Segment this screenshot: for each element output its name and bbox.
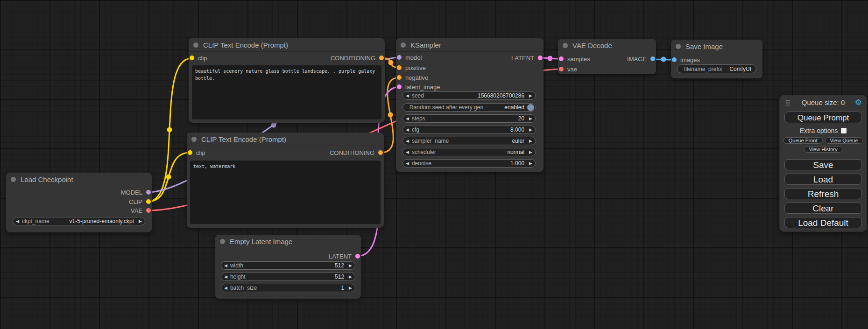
collapse-dot-icon[interactable] (220, 239, 225, 244)
decrement-arrow-icon[interactable]: ◀ (224, 286, 227, 290)
widget-ckpt-name[interactable]: ◀ ckpt_name v1-5-pruned-emaonly.ckpt ▶ (13, 217, 145, 225)
widget-denoise[interactable]: ◀ denoise 1.000 ▶ (402, 159, 536, 168)
load-default-button[interactable]: Load Default (784, 217, 862, 228)
input-clip[interactable]: clip (190, 54, 207, 62)
collapse-dot-icon[interactable] (563, 43, 568, 48)
output-latent[interactable]: LATENT (329, 252, 360, 260)
prompt-textarea[interactable]: beautiful scenery nature glass bottle la… (192, 65, 381, 119)
input-latent-image[interactable]: latent_image (397, 83, 440, 91)
widget-sampler-name[interactable]: ◀ sampler_name euler ▶ (402, 137, 536, 145)
output-conditioning[interactable]: CONDITIONING (331, 54, 384, 62)
refresh-button[interactable]: Refresh (784, 188, 862, 199)
image-input-dot[interactable] (672, 57, 677, 62)
node-title-bar[interactable]: Save Image (671, 40, 762, 53)
image-output-dot[interactable] (650, 56, 655, 61)
decrement-arrow-icon[interactable]: ◀ (406, 161, 409, 166)
node-graph-canvas[interactable]: Load Checkpoint MODEL CLIP VAE ◀ ckpt_na… (0, 0, 868, 329)
decrement-arrow-icon[interactable]: ◀ (16, 219, 19, 224)
queue-prompt-button[interactable]: Queue Prompt (784, 112, 862, 123)
widget-steps[interactable]: ◀ steps 20 ▶ (402, 114, 536, 123)
decrement-arrow-icon[interactable]: ◀ (406, 150, 409, 154)
node-ksampler[interactable]: KSampler model positive negative latent_… (396, 38, 543, 172)
extra-options-checkbox[interactable] (841, 128, 847, 133)
save-button[interactable]: Save (784, 159, 862, 170)
input-images[interactable]: images (672, 56, 700, 64)
queue-front-button[interactable]: Queue Front (783, 137, 823, 144)
view-queue-button[interactable]: View Queue (825, 137, 863, 144)
output-clip[interactable]: CLIP (129, 197, 151, 206)
node-save-image[interactable]: Save Image images filename_prefix ComfyU… (671, 40, 762, 78)
collapse-dot-icon[interactable] (676, 44, 681, 49)
collapse-dot-icon[interactable] (193, 42, 198, 48)
input-model[interactable]: model (397, 53, 422, 62)
widget-filename-prefix[interactable]: filename_prefix ComfyUI (677, 64, 756, 73)
node-title-bar[interactable]: VAE Decode (558, 39, 656, 52)
conditioning-output-dot[interactable] (379, 56, 384, 60)
conditioning-input-dot[interactable] (397, 65, 402, 70)
increment-arrow-icon[interactable]: ▶ (349, 275, 352, 279)
input-vae[interactable]: vae (559, 65, 577, 73)
toggle-enabled-icon[interactable] (527, 104, 534, 111)
input-samples[interactable]: samples (559, 55, 590, 63)
increment-arrow-icon[interactable]: ▶ (529, 94, 532, 98)
node-clip-text-encode-negative[interactable]: CLIP Text Encode (Prompt) clip CONDITION… (187, 133, 384, 228)
widget-seed[interactable]: ◀ seed 156680208700286 ▶ (402, 91, 536, 100)
view-history-button[interactable]: View History (804, 146, 843, 153)
model-input-dot[interactable] (397, 55, 402, 60)
output-conditioning[interactable]: CONDITIONING (330, 148, 383, 157)
vae-input-dot[interactable] (559, 67, 564, 71)
latent-output-dot[interactable] (538, 56, 543, 60)
decrement-arrow-icon[interactable]: ◀ (406, 94, 409, 98)
increment-arrow-icon[interactable]: ▶ (529, 128, 532, 132)
drag-handle-icon[interactable] (786, 99, 790, 105)
load-button[interactable]: Load (784, 174, 862, 185)
input-negative[interactable]: negative (397, 73, 428, 82)
clear-button[interactable]: Clear (784, 203, 862, 214)
clip-output-dot[interactable] (146, 199, 151, 204)
node-clip-text-encode-positive[interactable]: CLIP Text Encode (Prompt) clip CONDITION… (189, 38, 385, 123)
collapse-dot-icon[interactable] (11, 177, 16, 182)
latent-input-dot[interactable] (559, 56, 564, 61)
increment-arrow-icon[interactable]: ▶ (139, 219, 142, 224)
collapse-dot-icon[interactable] (191, 137, 197, 142)
increment-arrow-icon[interactable]: ▶ (349, 264, 352, 268)
output-model[interactable]: MODEL (121, 188, 151, 196)
decrement-arrow-icon[interactable]: ◀ (406, 128, 409, 132)
vae-output-dot[interactable] (146, 208, 151, 213)
decrement-arrow-icon[interactable]: ◀ (406, 139, 409, 143)
node-vae-decode[interactable]: VAE Decode samples vae IMAGE (558, 39, 656, 74)
input-positive[interactable]: positive (397, 63, 426, 72)
widget-cfg[interactable]: ◀ cfg 8.000 ▶ (402, 126, 536, 134)
node-load-checkpoint[interactable]: Load Checkpoint MODEL CLIP VAE ◀ ckpt_na… (6, 173, 152, 232)
latent-input-dot[interactable] (397, 84, 402, 89)
clip-input-dot[interactable] (188, 150, 192, 155)
clip-input-dot[interactable] (190, 56, 194, 60)
decrement-arrow-icon[interactable]: ◀ (224, 275, 227, 279)
node-title-bar[interactable]: Load Checkpoint (6, 173, 152, 186)
increment-arrow-icon[interactable]: ▶ (529, 117, 532, 121)
node-title-bar[interactable]: CLIP Text Encode (Prompt) (189, 38, 385, 52)
latent-output-dot[interactable] (355, 254, 360, 259)
node-title-bar[interactable]: CLIP Text Encode (Prompt) (187, 133, 384, 146)
model-output-dot[interactable] (146, 190, 151, 195)
widget-random-seed-toggle[interactable]: Random seed after every gen enabled (402, 103, 536, 112)
input-clip[interactable]: clip (188, 148, 205, 157)
increment-arrow-icon[interactable]: ▶ (529, 161, 532, 166)
output-image[interactable]: IMAGE (627, 55, 655, 63)
output-vae[interactable]: VAE (131, 206, 151, 215)
prompt-textarea[interactable]: text, watermark (190, 161, 381, 224)
output-latent[interactable]: LATENT (511, 54, 543, 62)
node-title-bar[interactable]: Empty Latent Image (215, 235, 361, 248)
increment-arrow-icon[interactable]: ▶ (529, 139, 532, 143)
conditioning-output-dot[interactable] (378, 150, 383, 155)
widget-width[interactable]: ◀ width 512 ▶ (221, 261, 355, 270)
widget-batch-size[interactable]: ◀ batch_size 1 ▶ (221, 284, 355, 292)
conditioning-input-dot[interactable] (397, 75, 402, 80)
increment-arrow-icon[interactable]: ▶ (529, 150, 532, 154)
decrement-arrow-icon[interactable]: ◀ (406, 117, 409, 121)
node-empty-latent-image[interactable]: Empty Latent Image LATENT ◀ width 512 ▶ … (215, 235, 361, 299)
collapse-dot-icon[interactable] (401, 42, 406, 48)
node-title-bar[interactable]: KSampler (396, 38, 543, 52)
gear-icon[interactable]: ⚙ (855, 98, 862, 107)
widget-scheduler[interactable]: ◀ scheduler normal ▶ (402, 148, 536, 156)
